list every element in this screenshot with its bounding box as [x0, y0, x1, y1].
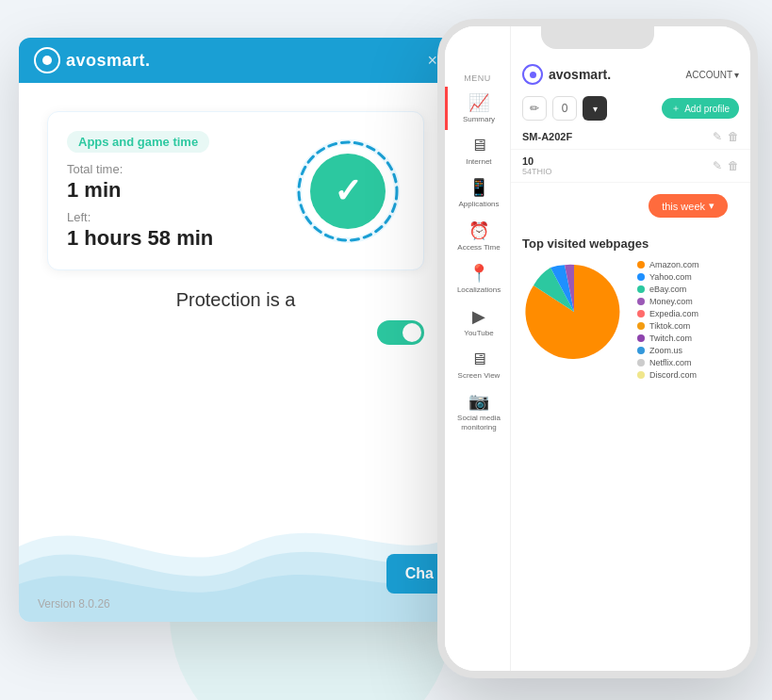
internet-icon: 🖥 [470, 136, 487, 155]
discord-dot [637, 371, 645, 379]
dropdown-button[interactable]: ▾ [583, 96, 607, 121]
version-text: Version 8.0.26 [38, 597, 110, 610]
internet-label: Internet [466, 157, 491, 167]
legend-item: eBay.com [637, 285, 739, 294]
add-icon: ＋ [671, 102, 681, 115]
device-info-2: 10 54THIO [522, 155, 713, 176]
legend-item: Discord.com [637, 370, 739, 380]
twitch-label: Twitch.com [649, 334, 692, 343]
desktop-window: avosmart. × Apps and game time Total tim… [19, 38, 452, 622]
phone-toolbar: ✏ 0 ▾ ＋ Add profile [511, 92, 750, 124]
device-actions-2: ✎ 🗑 [713, 159, 739, 172]
close-button[interactable]: × [427, 51, 437, 71]
sidebar-item-youtube[interactable]: ▶ YouTube [445, 301, 510, 344]
account-label: ACCOUNT [686, 70, 732, 80]
legend-item: Tiktok.com [637, 321, 739, 331]
device-edit-icon-1[interactable]: ✎ [713, 130, 722, 143]
sidebar-item-localizations[interactable]: 📍 Localizations [445, 257, 510, 301]
this-week-chevron: ▾ [709, 200, 715, 212]
youtube-label: YouTube [464, 329, 493, 338]
social-media-icon: 📷 [468, 391, 489, 412]
left-value: 1 hours 58 min [67, 226, 276, 251]
device-actions-1: ✎ 🗑 [713, 130, 739, 143]
device-name-2: 10 [522, 155, 713, 167]
sidebar-item-access-time[interactable]: ⏰ Access Time [445, 215, 510, 258]
webpages-title: Top visited webpages [522, 236, 739, 251]
legend-item: Yahoo.com [637, 272, 739, 282]
number-badge: 0 [552, 96, 577, 121]
legend-item: Twitch.com [637, 334, 739, 343]
check-icon: ✓ [334, 171, 362, 211]
phone-logo-icon [522, 64, 543, 85]
add-profile-button[interactable]: ＋ Add profile [662, 98, 739, 119]
device-delete-icon-2[interactable]: 🗑 [728, 159, 739, 172]
sidebar-item-internet[interactable]: 🖥 Internet [445, 130, 510, 172]
screen-view-icon: 🖥 [470, 350, 487, 369]
device-edit-icon-2[interactable]: ✎ [713, 159, 722, 172]
this-week-label: this week [662, 201, 705, 212]
summary-icon: 📈 [468, 92, 489, 113]
sidebar-item-screen-view[interactable]: 🖥 Screen View [445, 344, 510, 386]
money-label: Money.com [649, 297, 693, 306]
ebay-label: eBay.com [649, 285, 686, 294]
timer-checkmark: ✓ [310, 154, 386, 229]
mobile-phone: MENU 📈 Summary 🖥 Internet 📱 Applications… [437, 19, 758, 678]
amazon-dot [637, 261, 645, 269]
device-delete-icon-1[interactable]: 🗑 [728, 130, 739, 143]
device-item-1: SM-A202F ✎ 🗑 [511, 124, 750, 150]
netflix-label: Netflix.com [649, 358, 692, 367]
access-time-icon: ⏰ [468, 220, 489, 241]
logo-text: avosmart. [66, 51, 151, 71]
titlebar: avosmart. × [19, 38, 452, 83]
device-item-2: 10 54THIO ✎ 🗑 [511, 150, 750, 183]
legend-item: Zoom.us [637, 346, 739, 355]
legend-item: Amazon.com [637, 260, 739, 269]
device-name-1: SM-A202F [522, 131, 713, 142]
amazon-label: Amazon.com [649, 260, 699, 269]
tiktok-label: Tiktok.com [649, 321, 690, 331]
legend-item: Money.com [637, 297, 739, 306]
total-time-label: Total time: [67, 162, 276, 176]
webpages-section: Top visited webpages [511, 229, 750, 671]
ebay-dot [637, 285, 645, 293]
applications-label: Applications [458, 200, 499, 209]
discord-label: Discord.com [649, 370, 697, 380]
account-chevron-icon: ▾ [734, 70, 739, 80]
localizations-label: Localizations [457, 285, 501, 295]
legend-item: Netflix.com [637, 358, 739, 367]
timer-circle: ✓ [291, 135, 404, 248]
total-time-value: 1 min [67, 178, 276, 203]
legend-item: Expedia.com [637, 309, 739, 318]
protection-toggle[interactable] [377, 320, 424, 345]
yahoo-label: Yahoo.com [649, 272, 692, 282]
apps-card: Apps and game time Total time: 1 min Lef… [47, 111, 424, 270]
device-id-2: 54THIO [522, 167, 713, 176]
pie-chart [522, 260, 626, 364]
tiktok-dot [637, 322, 645, 330]
edit-icon-button[interactable]: ✏ [522, 96, 547, 121]
phone-logo-text: avosmart. [549, 67, 611, 82]
yahoo-dot [637, 273, 645, 281]
access-time-label: Access Time [457, 243, 500, 252]
expedia-dot [637, 310, 645, 317]
sidebar-item-summary[interactable]: 📈 Summary [445, 87, 510, 130]
logo: avosmart. [34, 47, 151, 73]
mobile-wrapper: MENU 📈 Summary 🖥 Internet 📱 Applications… [437, 19, 758, 678]
device-info-1: SM-A202F [522, 131, 713, 142]
apps-card-text: Apps and game time Total time: 1 min Lef… [67, 131, 276, 251]
menu-label: MENU [445, 64, 510, 87]
this-week-button[interactable]: this week ▾ [649, 194, 728, 218]
screen-view-label: Screen View [458, 371, 501, 381]
zoom-dot [637, 347, 645, 354]
toggle-row [47, 320, 424, 345]
left-label: Left: [67, 210, 276, 224]
account-button[interactable]: ACCOUNT ▾ [686, 70, 739, 80]
apps-badge: Apps and game time [67, 131, 209, 153]
twitch-dot [637, 334, 645, 342]
zoom-label: Zoom.us [649, 346, 682, 355]
sidebar-item-social-media[interactable]: 📷 Social media monitoring [445, 385, 510, 437]
sidebar-item-applications[interactable]: 📱 Applications [445, 171, 510, 215]
phone-screen: MENU 📈 Summary 🖥 Internet 📱 Applications… [445, 26, 750, 671]
localizations-icon: 📍 [468, 263, 489, 284]
protection-text: Protection is a [47, 289, 424, 311]
